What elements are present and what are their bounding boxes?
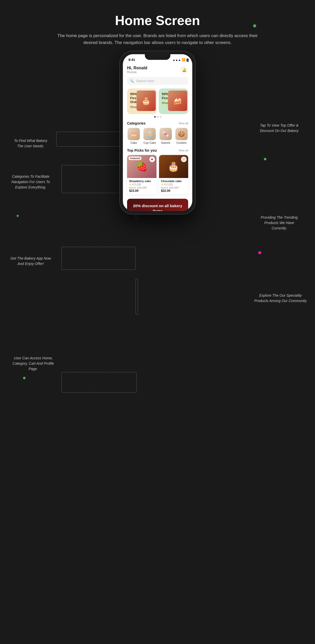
top-pick-2-rating: ★ 4.3 (10) bbox=[161, 183, 186, 186]
dashed-nav bbox=[61, 372, 137, 393]
top-pick-2-prices: $25.00 13% OFF bbox=[161, 186, 186, 189]
heart-filled-icon[interactable]: ♥ bbox=[149, 157, 155, 162]
dot-green-1 bbox=[253, 24, 256, 27]
page-title: Home Screen bbox=[51, 13, 264, 28]
battery-icon: ▓ bbox=[186, 58, 188, 61]
top-pick-1-name: Strawberry cake bbox=[129, 180, 154, 183]
sweets-icon: 🍬 bbox=[159, 128, 172, 140]
discount-label-2: 13% OFF bbox=[169, 186, 179, 189]
category-cake[interactable]: 🎂 Cake bbox=[127, 128, 140, 144]
phone-notch bbox=[145, 53, 170, 60]
top-pick-1-image: 🍓 Featured ♥ bbox=[127, 155, 156, 178]
top-picks-header: Top Picks for you View all bbox=[127, 148, 188, 152]
rating-value-2: 4.3 bbox=[164, 183, 167, 186]
annotation-categories: Categories To FacilitateNavigation For U… bbox=[5, 174, 56, 190]
annotation-nav: User Can Access Home,Category, Cart And … bbox=[8, 356, 59, 372]
dashed-speciality bbox=[136, 279, 138, 315]
cake-label: Cake bbox=[130, 141, 137, 144]
banner-1-image: 🎂 bbox=[136, 91, 155, 111]
review-count-2: (10) bbox=[168, 183, 173, 186]
top-pick-1[interactable]: 🍓 Featured ♥ Strawberry cake ★ 4.3 (10) bbox=[127, 155, 156, 195]
banner-carousel: 50% Off OnFirst Any Order Shop Now → 🎂 5… bbox=[127, 88, 188, 114]
greeting-name: Hi, Ronald bbox=[127, 66, 147, 70]
top-pick-2-image: 🎂 ♡ bbox=[159, 155, 188, 178]
category-cupcake[interactable]: 🧁 Cup Cake bbox=[143, 128, 156, 144]
sweets-label: Sweets bbox=[161, 141, 170, 144]
star-icon: ★ bbox=[129, 183, 131, 186]
wifi-icon: 🛜 bbox=[182, 58, 185, 61]
cookies-label: Cookies bbox=[176, 141, 187, 144]
heart-outline-icon[interactable]: ♡ bbox=[181, 157, 187, 162]
category-sweets[interactable]: 🍬 Sweets bbox=[159, 128, 172, 144]
top-pick-2[interactable]: 🎂 ♡ Chocolate cake ★ 4.3 (10) bbox=[159, 155, 188, 195]
cookies-icon: 🍪 bbox=[175, 128, 187, 140]
dot-green-3 bbox=[17, 215, 19, 217]
top-picks-view-all[interactable]: View all bbox=[178, 149, 188, 152]
phone-mockup: 9:41 ▲▲▲ 🛜 ▓ Hi, Ronald Russia bbox=[120, 51, 195, 214]
categories-header: Categories View all bbox=[127, 121, 188, 125]
status-time: 9:41 bbox=[129, 58, 135, 62]
greeting-location: Russia bbox=[127, 70, 147, 74]
cake-icon: 🎂 bbox=[128, 128, 140, 140]
orig-price-2: $25.00 bbox=[161, 186, 168, 189]
cupcake-label: Cup Cake bbox=[143, 141, 156, 144]
dot-green-4 bbox=[23, 377, 26, 379]
top-picks-title: Top Picks for you bbox=[127, 148, 157, 152]
dot-active bbox=[154, 116, 155, 118]
top-pick-1-prices: $25.00 12% OFF bbox=[129, 186, 154, 189]
top-bar: Hi, Ronald Russia 🔔 bbox=[127, 66, 188, 74]
categories-title: Categories bbox=[127, 121, 145, 125]
review-count: (10) bbox=[136, 183, 141, 186]
top-pick-2-name: Chocolate cake bbox=[161, 180, 186, 183]
rating-value: 4.3 bbox=[132, 183, 136, 186]
screen-scroll[interactable]: Hi, Ronald Russia 🔔 🔍 Search here 50% Of bbox=[123, 63, 192, 211]
star-icon-2: ★ bbox=[161, 183, 163, 186]
dot-pink bbox=[258, 251, 261, 254]
dashed-promo bbox=[61, 247, 136, 270]
dot-1 bbox=[157, 116, 158, 118]
search-icon: 🔍 bbox=[130, 79, 134, 83]
greeting-block: Hi, Ronald Russia bbox=[127, 66, 147, 74]
status-icons: ▲▲▲ 🛜 ▓ bbox=[173, 58, 189, 61]
categories-view-all[interactable]: View all bbox=[178, 122, 188, 125]
promo-banner[interactable]: 20% discount on all bakery items bbox=[127, 199, 188, 211]
search-input[interactable]: Search here bbox=[136, 79, 154, 83]
search-bar[interactable]: 🔍 Search here bbox=[127, 77, 188, 85]
banner-2-image: 🍰 bbox=[168, 91, 187, 111]
annotation-speciality: Explore The Our SpecialityProducts Among… bbox=[254, 293, 307, 304]
annotation-search: To Find What BakeryThe User Needs. bbox=[8, 138, 54, 149]
top-pick-1-rating: ★ 4.3 (10) bbox=[129, 183, 154, 186]
signal-icon: ▲▲▲ bbox=[173, 58, 181, 61]
phone-screen: 9:41 ▲▲▲ 🛜 ▓ Hi, Ronald Russia bbox=[123, 54, 192, 211]
cupcake-icon: 🧁 bbox=[143, 128, 156, 140]
annotation-promo: Get The Bakery App NowAnd Enjoy Offer! bbox=[5, 256, 56, 267]
phone-outer: 9:41 ▲▲▲ 🛜 ▓ Hi, Ronald Russia bbox=[120, 51, 195, 214]
discount-label: 12% OFF bbox=[137, 186, 147, 189]
featured-badge: Featured bbox=[129, 157, 141, 160]
current-price-1: $23.00 bbox=[129, 189, 154, 193]
dot-green-2 bbox=[264, 158, 266, 160]
current-price-2: $22.00 bbox=[161, 189, 186, 193]
dot-2 bbox=[160, 116, 161, 118]
promo-text: 20% discount on all bakery items bbox=[131, 203, 185, 211]
annotation-trending: Providing The TrendingProducts We HaveCu… bbox=[254, 215, 305, 231]
top-pick-2-info: Chocolate cake ★ 4.3 (10) $25.00 13% OFF bbox=[159, 178, 188, 195]
annotation-banner: Tap To View Top Offer &Discount On Our B… bbox=[254, 123, 305, 134]
banner-card-2[interactable]: 50% OffFirst A... Shop N... 🍰 bbox=[159, 88, 188, 114]
category-cookies[interactable]: 🍪 Cookies bbox=[175, 128, 188, 144]
page-subtitle: The home page is personalized for the us… bbox=[51, 32, 264, 46]
categories-row: 🎂 Cake 🧁 Cup Cake 🍬 Sweets 🍪 bbox=[127, 128, 188, 144]
top-picks-row: 🍓 Featured ♥ Strawberry cake ★ 4.3 (10) bbox=[127, 155, 188, 195]
page-header: Home Screen The home page is personalize… bbox=[0, 0, 315, 54]
top-pick-1-info: Strawberry cake ★ 4.3 (10) $25.00 12% OF… bbox=[127, 178, 156, 195]
orig-price: $25.00 bbox=[129, 186, 136, 189]
notification-bell-icon[interactable]: 🔔 bbox=[180, 66, 188, 74]
banner-card-1[interactable]: 50% Off OnFirst Any Order Shop Now → 🎂 bbox=[127, 88, 157, 114]
carousel-dots bbox=[127, 116, 188, 118]
